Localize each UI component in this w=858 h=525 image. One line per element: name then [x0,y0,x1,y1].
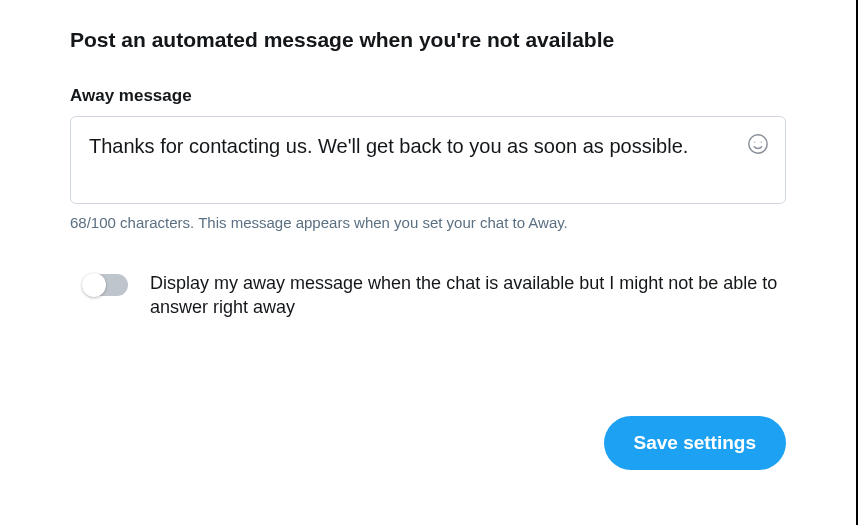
svg-point-2 [761,142,762,143]
emoji-icon [747,133,769,155]
away-message-label: Away message [70,86,786,106]
display-when-available-label: Display my away message when the chat is… [150,271,786,320]
page-title: Post an automated message when you're no… [70,28,786,52]
svg-point-1 [754,142,755,143]
toggle-knob [82,273,106,297]
away-message-input[interactable]: Thanks for contacting us. We'll get back… [89,133,729,160]
display-when-available-row: Display my away message when the chat is… [70,271,786,320]
away-message-helper-text: 68/100 characters. This message appears … [70,214,786,231]
emoji-picker-button[interactable] [745,131,771,157]
display-when-available-toggle[interactable] [84,274,128,296]
away-message-field-wrap: Thanks for contacting us. We'll get back… [70,116,786,204]
svg-point-0 [749,135,767,153]
save-settings-button[interactable]: Save settings [604,416,787,470]
